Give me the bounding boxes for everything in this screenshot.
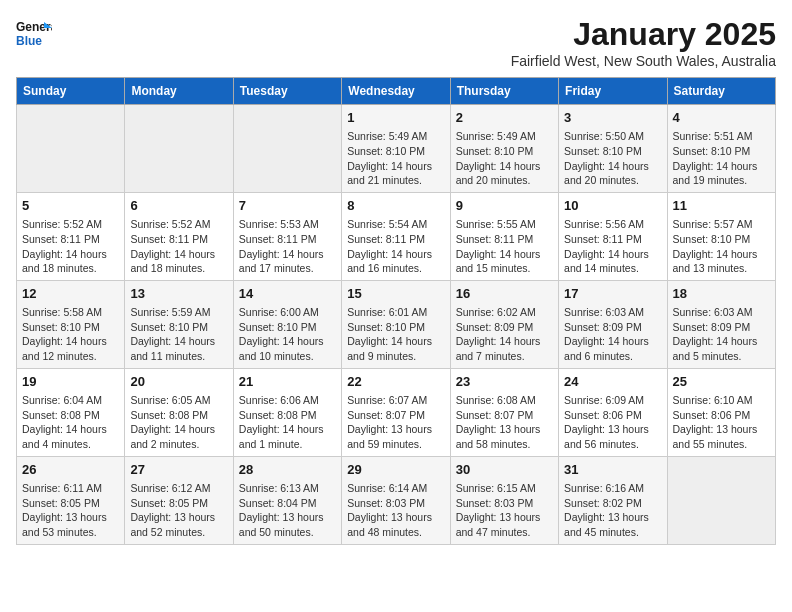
calendar-cell: 16Sunrise: 6:02 AMSunset: 8:09 PMDayligh… xyxy=(450,280,558,368)
calendar-cell: 26Sunrise: 6:11 AMSunset: 8:05 PMDayligh… xyxy=(17,456,125,544)
day-number: 31 xyxy=(564,461,661,479)
calendar-cell: 7Sunrise: 5:53 AMSunset: 8:11 PMDaylight… xyxy=(233,192,341,280)
day-number: 15 xyxy=(347,285,444,303)
calendar-cell: 13Sunrise: 5:59 AMSunset: 8:10 PMDayligh… xyxy=(125,280,233,368)
day-number: 10 xyxy=(564,197,661,215)
calendar-cell: 2Sunrise: 5:49 AMSunset: 8:10 PMDaylight… xyxy=(450,105,558,193)
header-row: SundayMondayTuesdayWednesdayThursdayFrid… xyxy=(17,78,776,105)
logo-icon: General Blue xyxy=(16,16,52,52)
day-number: 21 xyxy=(239,373,336,391)
day-number: 17 xyxy=(564,285,661,303)
calendar-cell: 28Sunrise: 6:13 AMSunset: 8:04 PMDayligh… xyxy=(233,456,341,544)
calendar-table: SundayMondayTuesdayWednesdayThursdayFrid… xyxy=(16,77,776,545)
logo: General Blue xyxy=(16,16,52,52)
header-day-monday: Monday xyxy=(125,78,233,105)
calendar-cell: 9Sunrise: 5:55 AMSunset: 8:11 PMDaylight… xyxy=(450,192,558,280)
title-block: January 2025 Fairfield West, New South W… xyxy=(511,16,776,69)
calendar-cell: 30Sunrise: 6:15 AMSunset: 8:03 PMDayligh… xyxy=(450,456,558,544)
calendar-cell: 14Sunrise: 6:00 AMSunset: 8:10 PMDayligh… xyxy=(233,280,341,368)
day-number: 22 xyxy=(347,373,444,391)
day-number: 12 xyxy=(22,285,119,303)
day-number: 13 xyxy=(130,285,227,303)
week-row: 19Sunrise: 6:04 AMSunset: 8:08 PMDayligh… xyxy=(17,368,776,456)
calendar-cell: 24Sunrise: 6:09 AMSunset: 8:06 PMDayligh… xyxy=(559,368,667,456)
location: Fairfield West, New South Wales, Austral… xyxy=(511,53,776,69)
calendar-cell: 1Sunrise: 5:49 AMSunset: 8:10 PMDaylight… xyxy=(342,105,450,193)
calendar-cell: 6Sunrise: 5:52 AMSunset: 8:11 PMDaylight… xyxy=(125,192,233,280)
day-number: 23 xyxy=(456,373,553,391)
day-number: 9 xyxy=(456,197,553,215)
calendar-cell: 10Sunrise: 5:56 AMSunset: 8:11 PMDayligh… xyxy=(559,192,667,280)
day-number: 1 xyxy=(347,109,444,127)
month-title: January 2025 xyxy=(511,16,776,53)
calendar-cell: 21Sunrise: 6:06 AMSunset: 8:08 PMDayligh… xyxy=(233,368,341,456)
day-number: 19 xyxy=(22,373,119,391)
calendar-cell xyxy=(233,105,341,193)
week-row: 26Sunrise: 6:11 AMSunset: 8:05 PMDayligh… xyxy=(17,456,776,544)
day-number: 4 xyxy=(673,109,770,127)
day-number: 11 xyxy=(673,197,770,215)
header-day-saturday: Saturday xyxy=(667,78,775,105)
calendar-cell: 25Sunrise: 6:10 AMSunset: 8:06 PMDayligh… xyxy=(667,368,775,456)
calendar-cell: 27Sunrise: 6:12 AMSunset: 8:05 PMDayligh… xyxy=(125,456,233,544)
calendar-cell: 20Sunrise: 6:05 AMSunset: 8:08 PMDayligh… xyxy=(125,368,233,456)
day-number: 6 xyxy=(130,197,227,215)
calendar-cell: 4Sunrise: 5:51 AMSunset: 8:10 PMDaylight… xyxy=(667,105,775,193)
header-day-sunday: Sunday xyxy=(17,78,125,105)
day-number: 16 xyxy=(456,285,553,303)
svg-text:Blue: Blue xyxy=(16,34,42,48)
day-number: 7 xyxy=(239,197,336,215)
day-number: 8 xyxy=(347,197,444,215)
calendar-cell: 18Sunrise: 6:03 AMSunset: 8:09 PMDayligh… xyxy=(667,280,775,368)
calendar-cell: 17Sunrise: 6:03 AMSunset: 8:09 PMDayligh… xyxy=(559,280,667,368)
day-number: 3 xyxy=(564,109,661,127)
calendar-cell: 23Sunrise: 6:08 AMSunset: 8:07 PMDayligh… xyxy=(450,368,558,456)
day-number: 28 xyxy=(239,461,336,479)
day-number: 18 xyxy=(673,285,770,303)
header-day-tuesday: Tuesday xyxy=(233,78,341,105)
header-day-wednesday: Wednesday xyxy=(342,78,450,105)
day-number: 5 xyxy=(22,197,119,215)
calendar-cell: 8Sunrise: 5:54 AMSunset: 8:11 PMDaylight… xyxy=(342,192,450,280)
week-row: 5Sunrise: 5:52 AMSunset: 8:11 PMDaylight… xyxy=(17,192,776,280)
calendar-cell xyxy=(17,105,125,193)
day-number: 2 xyxy=(456,109,553,127)
header-day-friday: Friday xyxy=(559,78,667,105)
day-number: 30 xyxy=(456,461,553,479)
calendar-cell: 5Sunrise: 5:52 AMSunset: 8:11 PMDaylight… xyxy=(17,192,125,280)
calendar-cell xyxy=(125,105,233,193)
day-number: 25 xyxy=(673,373,770,391)
day-number: 29 xyxy=(347,461,444,479)
calendar-cell: 11Sunrise: 5:57 AMSunset: 8:10 PMDayligh… xyxy=(667,192,775,280)
calendar-cell xyxy=(667,456,775,544)
week-row: 12Sunrise: 5:58 AMSunset: 8:10 PMDayligh… xyxy=(17,280,776,368)
calendar-cell: 12Sunrise: 5:58 AMSunset: 8:10 PMDayligh… xyxy=(17,280,125,368)
calendar-cell: 19Sunrise: 6:04 AMSunset: 8:08 PMDayligh… xyxy=(17,368,125,456)
calendar-cell: 29Sunrise: 6:14 AMSunset: 8:03 PMDayligh… xyxy=(342,456,450,544)
day-number: 24 xyxy=(564,373,661,391)
calendar-cell: 31Sunrise: 6:16 AMSunset: 8:02 PMDayligh… xyxy=(559,456,667,544)
day-number: 20 xyxy=(130,373,227,391)
calendar-cell: 15Sunrise: 6:01 AMSunset: 8:10 PMDayligh… xyxy=(342,280,450,368)
calendar-cell: 22Sunrise: 6:07 AMSunset: 8:07 PMDayligh… xyxy=(342,368,450,456)
calendar-cell: 3Sunrise: 5:50 AMSunset: 8:10 PMDaylight… xyxy=(559,105,667,193)
day-number: 27 xyxy=(130,461,227,479)
day-number: 26 xyxy=(22,461,119,479)
header-day-thursday: Thursday xyxy=(450,78,558,105)
week-row: 1Sunrise: 5:49 AMSunset: 8:10 PMDaylight… xyxy=(17,105,776,193)
page-header: General Blue January 2025 Fairfield West… xyxy=(16,16,776,69)
day-number: 14 xyxy=(239,285,336,303)
